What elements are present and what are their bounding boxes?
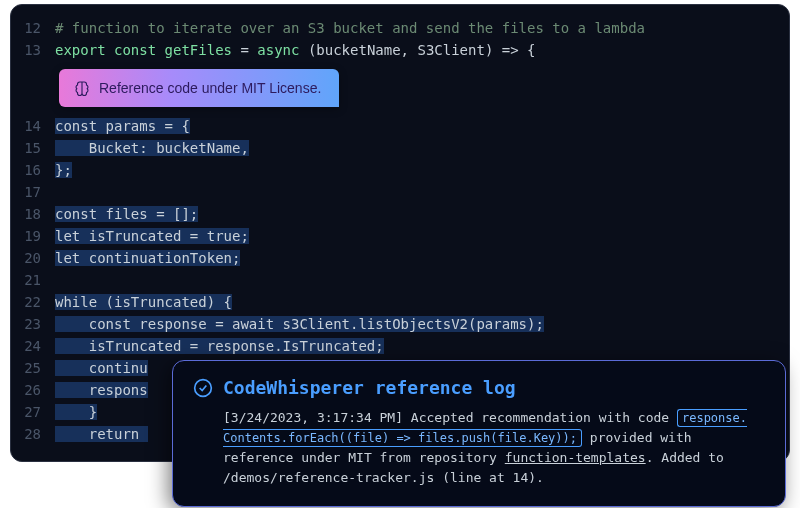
line-number: 14 <box>11 115 55 137</box>
code-text: let continuationToken; <box>55 247 789 269</box>
line-number: 26 <box>11 379 55 401</box>
code-line: 19let isTruncated = true; <box>11 225 789 247</box>
line-number: 28 <box>11 423 55 445</box>
line-number: 21 <box>11 269 55 291</box>
line-number: 12 <box>11 17 55 39</box>
code-line: 15 Bucket: bucketName, <box>11 137 789 159</box>
code-line: 23 const response = await s3Client.listO… <box>11 313 789 335</box>
code-line: 17 <box>11 181 789 203</box>
log-timestamp: [3/24/2023, 3:17:34 PM] <box>223 410 403 425</box>
line-number: 25 <box>11 357 55 379</box>
code-line: 18const files = []; <box>11 203 789 225</box>
code-line: 13 export const getFiles = async (bucket… <box>11 39 789 61</box>
code-text: }; <box>55 159 789 181</box>
line-number: 24 <box>11 335 55 357</box>
log-repo-link[interactable]: function-templates <box>505 450 646 465</box>
log-body: [3/24/2023, 3:17:34 PM] Accepted recomme… <box>193 408 765 488</box>
reference-log-panel: CodeWhisperer reference log [3/24/2023, … <box>172 360 786 507</box>
brain-icon <box>73 79 91 97</box>
line-number: 17 <box>11 181 55 203</box>
code-line: 12 # function to iterate over an S3 buck… <box>11 17 789 39</box>
code-line: 14const params = { <box>11 115 789 137</box>
line-number: 20 <box>11 247 55 269</box>
line-number: 27 <box>11 401 55 423</box>
code-line: 24 isTruncated = response.IsTruncated; <box>11 335 789 357</box>
line-number: 18 <box>11 203 55 225</box>
log-title: CodeWhisperer reference log <box>223 377 516 398</box>
code-line: 22while (isTruncated) { <box>11 291 789 313</box>
code-text: Bucket: bucketName, <box>55 137 789 159</box>
line-number: 22 <box>11 291 55 313</box>
svg-point-0 <box>195 379 212 396</box>
license-banner[interactable]: Reference code under MIT License. <box>59 69 339 107</box>
line-number: 15 <box>11 137 55 159</box>
log-header: CodeWhisperer reference log <box>193 377 765 398</box>
check-circle-icon <box>193 378 213 398</box>
code-line: 20let continuationToken; <box>11 247 789 269</box>
code-text: let isTruncated = true; <box>55 225 789 247</box>
log-pretext: Accepted recommendation with code <box>411 410 669 425</box>
code-comment: # function to iterate over an S3 bucket … <box>55 17 789 39</box>
code-line: 16}; <box>11 159 789 181</box>
code-export: export const getFiles = async (bucketNam… <box>55 39 789 61</box>
code-text: isTruncated = response.IsTruncated; <box>55 335 789 357</box>
code-line: 21 <box>11 269 789 291</box>
banner-text: Reference code under MIT License. <box>99 80 321 96</box>
line-number: 19 <box>11 225 55 247</box>
code-text: while (isTruncated) { <box>55 291 789 313</box>
line-number: 16 <box>11 159 55 181</box>
line-number: 23 <box>11 313 55 335</box>
line-number: 13 <box>11 39 55 61</box>
code-text: const files = []; <box>55 203 789 225</box>
code-text: const params = { <box>55 115 789 137</box>
code-text: const response = await s3Client.listObje… <box>55 313 789 335</box>
